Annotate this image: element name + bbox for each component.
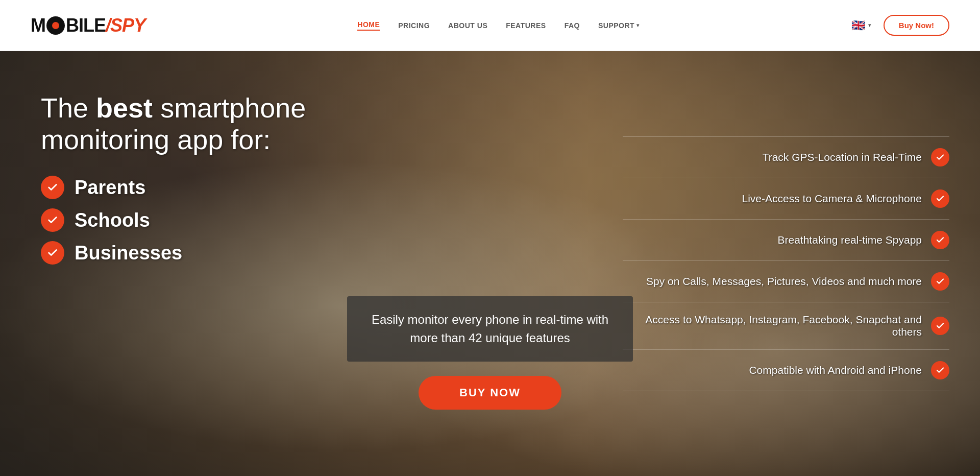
header-right: 🇬🇧 ▾ Buy Now! — [851, 15, 949, 36]
hero-right-panel: Track GPS-Location in Real-Time Live-Acc… — [623, 51, 980, 476]
check-icon — [936, 194, 945, 203]
check-circle-schools — [41, 208, 64, 232]
check-icon — [936, 277, 945, 286]
main-nav: HOME PRICING ABOUT US FEATURES FAQ SUPPO… — [357, 20, 639, 31]
checklist-label-schools: Schools — [75, 209, 150, 231]
headline-prefix: The — [41, 92, 96, 123]
hero-left-panel: The best smartphonemonitoring app for: P… — [0, 92, 347, 295]
buy-now-button[interactable]: Buy Now! — [884, 15, 949, 36]
checklist-item-businesses: Businesses — [41, 241, 347, 265]
hero-section: The best smartphonemonitoring app for: P… — [0, 51, 980, 476]
hero-center-bottom: Easily monitor every phone in real-time … — [347, 296, 633, 410]
monitor-text: Easily monitor every phone in real-time … — [347, 296, 633, 362]
feature-text-camera: Live-Access to Camera & Microphone — [742, 193, 922, 205]
header: M BILE / SPY HOME PRICING ABOUT US FEATU… — [0, 0, 980, 51]
checklist-label-businesses: Businesses — [75, 242, 182, 264]
flag-icon: 🇬🇧 — [851, 19, 865, 32]
nav-features[interactable]: FEATURES — [506, 21, 546, 30]
hero-checklist: Parents Schools Bu — [41, 176, 347, 265]
language-selector[interactable]: 🇬🇧 ▾ — [851, 19, 871, 32]
hero-headline: The best smartphonemonitoring app for: — [41, 92, 347, 155]
nav-home[interactable]: HOME — [357, 20, 380, 31]
logo-eye-icon — [46, 16, 65, 35]
feature-item-gps: Track GPS-Location in Real-Time — [623, 136, 949, 178]
nav-support[interactable]: SUPPORT ▾ — [598, 21, 640, 30]
feature-item-compatible: Compatible with Android and iPhone — [623, 350, 949, 391]
logo-text-mobile: M — [31, 15, 45, 36]
checklist-item-schools: Schools — [41, 208, 347, 232]
feature-check-calls — [931, 272, 949, 291]
checklist-label-parents: Parents — [75, 177, 145, 199]
checkmark-icon — [47, 215, 58, 226]
check-circle-businesses — [41, 241, 64, 265]
feature-item-spyapp: Breathtaking real-time Spyapp — [623, 220, 949, 261]
checkmark-icon — [47, 247, 58, 258]
feature-text-compatible: Compatible with Android and iPhone — [749, 364, 922, 376]
check-icon — [936, 321, 945, 330]
logo-text-spy: SPY — [110, 15, 145, 36]
feature-text-social: Access to Whatsapp, Instagram, Facebook,… — [623, 314, 922, 338]
logo-text-bile: BILE — [66, 15, 106, 36]
feature-check-compatible — [931, 361, 949, 379]
feature-item-calls: Spy on Calls, Messages, Pictures, Videos… — [623, 261, 949, 302]
checklist-item-parents: Parents — [41, 176, 347, 199]
check-circle-parents — [41, 176, 64, 199]
feature-item-social: Access to Whatsapp, Instagram, Facebook,… — [623, 302, 949, 350]
headline-bold: best — [96, 92, 153, 123]
nav-about-us[interactable]: ABOUT US — [448, 21, 487, 30]
flag-chevron-icon: ▾ — [868, 22, 871, 29]
support-chevron-icon: ▾ — [636, 22, 640, 28]
logo[interactable]: M BILE / SPY — [31, 15, 145, 36]
feature-check-gps — [931, 148, 949, 166]
feature-check-social — [931, 317, 949, 335]
feature-text-gps: Track GPS-Location in Real-Time — [763, 151, 922, 163]
buy-now-hero-button[interactable]: BUY NOW — [419, 376, 561, 410]
check-icon — [936, 153, 945, 162]
logo-slash: / — [106, 15, 110, 36]
feature-check-spyapp — [931, 231, 949, 249]
check-icon — [936, 366, 945, 375]
feature-check-camera — [931, 189, 949, 208]
nav-faq[interactable]: FAQ — [565, 21, 580, 30]
hero-content: The best smartphonemonitoring app for: P… — [0, 51, 980, 476]
checkmark-icon — [47, 182, 58, 193]
feature-text-spyapp: Breathtaking real-time Spyapp — [778, 234, 922, 246]
nav-pricing[interactable]: PRICING — [398, 21, 430, 30]
feature-item-camera: Live-Access to Camera & Microphone — [623, 178, 949, 220]
check-icon — [936, 235, 945, 245]
feature-text-calls: Spy on Calls, Messages, Pictures, Videos… — [646, 275, 922, 288]
